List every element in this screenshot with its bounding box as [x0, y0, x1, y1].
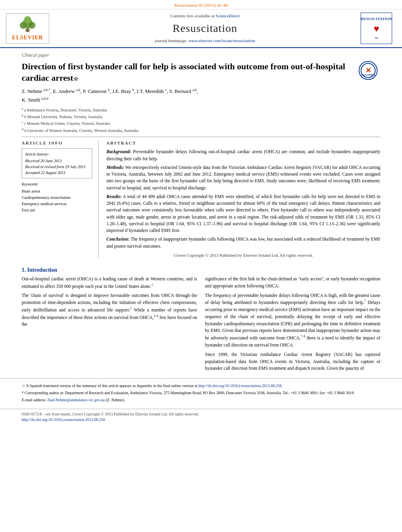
ref-3-6: 3–6 [154, 314, 158, 318]
abstract-results: Results: A total of 44 499 adult OHCA ca… [106, 193, 380, 234]
right-para1: significance of the first link in the ch… [205, 276, 380, 290]
doi-link-appendix[interactable]: http://dx.doi.org/10.1016/j.resuscitatio… [198, 384, 281, 388]
elsevier-tree-icon [16, 15, 39, 33]
heart-icon: ♥ [374, 22, 379, 36]
svg-text:CrossMark: CrossMark [361, 73, 375, 76]
footnote-corresponding: * Corresponding author at: Department of… [22, 390, 380, 396]
article-info-col: ARTICLE INFO Article history: Received 2… [22, 140, 99, 258]
body-left-col: Out-of-hospital cardiac arrest (OHCA) is… [22, 276, 197, 374]
affiliation-a: a a Ambulance Victoria, Doncaster, Victo… [22, 107, 380, 113]
ref-7-9: 7–9 [300, 335, 305, 338]
issn-line: 0300-9572/$ – see front matter, Crown Co… [22, 412, 380, 417]
bottom-bar: 0300-9572/$ – see front matter, Crown Co… [0, 409, 402, 425]
ref-1: 1 [151, 283, 153, 287]
keywords-list: Heart arrest Cardiopulmonary resuscitati… [22, 188, 92, 213]
affiliation-d: d d University of Western Australia, Cra… [22, 127, 380, 133]
journal-center: Contents lists available at ScienceDirec… [49, 13, 361, 44]
footnotes: ☆ A Spanish translated version of the su… [0, 378, 402, 403]
history-label: Article history: [25, 151, 89, 157]
abstract-header: ABSTRACT [106, 140, 380, 146]
body-right-col: significance of the first link in the ch… [205, 276, 380, 374]
received-date: Received 20 June 2013 [25, 158, 89, 164]
svg-point-3 [28, 22, 35, 29]
abstract-col: ABSTRACT Background: Preventable bystand… [106, 140, 380, 258]
keyword-3: Emergency medical services [22, 201, 92, 207]
divider-1 [22, 137, 380, 137]
intro-para1: Out-of-hospital cardiac arrest (OHCA) is… [22, 276, 197, 290]
abstract-methods: Methods: We retrospectively extracted Ut… [106, 164, 380, 191]
svg-point-2 [20, 22, 27, 29]
article-info-header: ARTICLE INFO [22, 140, 92, 146]
citation-bar: Resuscitation 85 (2013) 42–48 [0, 0, 402, 9]
article-content: Clinical paper Direction of first bystan… [0, 48, 402, 258]
homepage-link[interactable]: www.elsevier.com/locate/resuscitation [188, 38, 255, 43]
keyword-4: First aid [22, 207, 92, 213]
journal-title: Resuscitation [57, 20, 353, 36]
doi-link[interactable]: http://dx.doi.org/10.1016/j.resuscitatio… [22, 417, 105, 422]
svg-point-4 [24, 16, 31, 23]
elsevier-wordmark: ELSEVIER [12, 34, 43, 42]
authors-text-2: K. Smith a,b,d [22, 97, 48, 103]
email-link[interactable]: Ziad.Nehme@ambulance.vic.gov.au [47, 398, 105, 402]
journal-citation: Resuscitation 85 (2013) 42–48 [174, 3, 227, 7]
revised-date: Received in revised form 29 July 2013 [25, 164, 89, 170]
svg-rect-5 [26, 29, 27, 32]
ref-2: 2 [130, 307, 132, 310]
section-label: Clinical paper [22, 52, 380, 59]
affiliation-b: b b Monash University, Prahran, Victoria… [22, 113, 380, 120]
affiliations: a a Ambulance Victoria, Doncaster, Victo… [22, 107, 380, 133]
crossmark-logo: ✕ CrossMark [359, 61, 380, 83]
elsevier-logo: ELSEVIER [6, 13, 49, 44]
abstract-background: Background: Preventable bystander delays… [106, 148, 380, 162]
intro-section-number: 1. Introduction [22, 266, 380, 274]
journal-header: ELSEVIER Contents lists available at Sci… [0, 9, 402, 48]
keyword-2: Cardiopulmonary resuscitation [22, 195, 92, 201]
right-para2: The frequency of preventable bystander d… [205, 292, 380, 349]
abstract-copyright: Crown Copyright © 2013 Published by Else… [106, 252, 380, 259]
sciencedirect-link[interactable]: ScienceDirect [216, 13, 240, 18]
article-title: Direction of first bystander call for he… [22, 61, 380, 83]
footnote-email: E-mail address: Ziad.Nehme@ambulance.vic… [22, 397, 380, 403]
two-col-layout: ARTICLE INFO Article history: Received 2… [22, 140, 380, 258]
affiliation-c: c c Monash Medical Centre, Clayton, Vict… [22, 120, 380, 126]
homepage-line: journal homepage: www.elsevier.com/locat… [57, 37, 353, 44]
article-history-box: Article history: Received 20 June 2013 R… [22, 148, 92, 178]
accepted-date: Accepted 22 August 2013 [25, 170, 89, 176]
doi-line: http://dx.doi.org/10.1016/j.resuscitatio… [22, 417, 380, 423]
crossmark-icon: ✕ CrossMark [360, 63, 376, 78]
contents-line: Contents lists available at ScienceDirec… [57, 13, 353, 19]
authors: Z. Nehme a,b,*, E. Andrew a,b, P. Camero… [22, 87, 380, 104]
body-two-col: Out-of-hospital cardiac arrest (OHCA) is… [22, 276, 380, 374]
journal-logo-right: RESUSCITATION ♥ ━━ [361, 13, 396, 44]
keywords-section: Keywords: Heart arrest Cardiopulmonary r… [22, 182, 92, 213]
authors-text: Z. Nehme a,b,*, E. Andrew a,b, P. Camero… [22, 88, 198, 94]
intro-para2: The 'chain of survival' is designed to i… [22, 292, 197, 328]
abstract-conclusion: Conclusion: The frequency of inappropria… [106, 236, 380, 250]
abstract-text: Background: Preventable bystander delays… [106, 148, 380, 258]
footnote-star: ☆ A Spanish translated version of the su… [22, 383, 380, 389]
svg-rect-6 [28, 29, 30, 32]
keywords-label: Keywords: [22, 182, 92, 187]
keyword-1: Heart arrest [22, 188, 92, 195]
right-para3: Since 1999, the Victorian Ambulance Card… [205, 351, 380, 372]
body-content: 1. Introduction Out-of-hospital cardiac … [0, 258, 402, 374]
ref-7: 7 [364, 299, 366, 303]
